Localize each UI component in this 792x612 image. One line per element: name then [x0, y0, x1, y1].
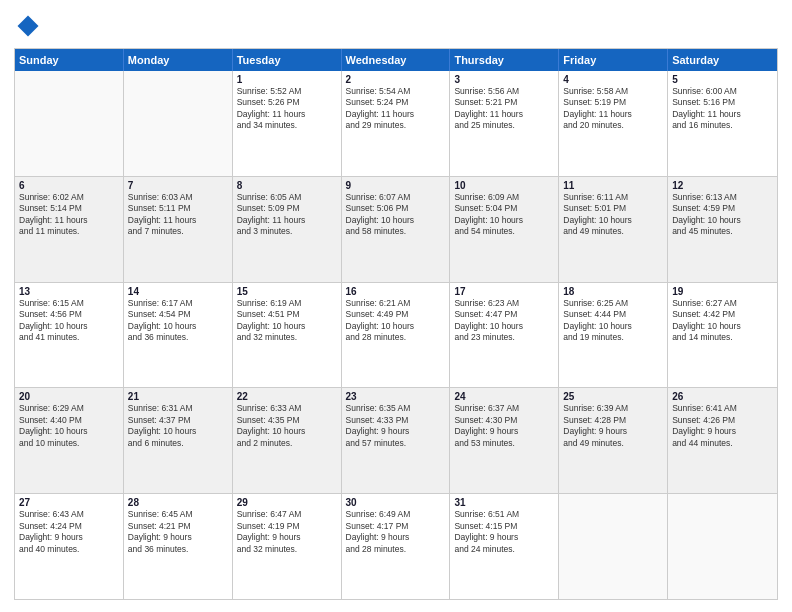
- calendar-cell: [668, 494, 777, 599]
- cell-info-line: and 25 minutes.: [454, 120, 554, 131]
- cell-info-line: and 14 minutes.: [672, 332, 773, 343]
- cell-info-line: Sunrise: 6:37 AM: [454, 403, 554, 414]
- calendar-cell: 21Sunrise: 6:31 AMSunset: 4:37 PMDayligh…: [124, 388, 233, 493]
- cell-info-line: Daylight: 10 hours: [19, 426, 119, 437]
- cell-info-line: Sunrise: 6:11 AM: [563, 192, 663, 203]
- cell-info-line: Sunrise: 6:35 AM: [346, 403, 446, 414]
- day-number: 6: [19, 180, 119, 191]
- cell-info-line: and 24 minutes.: [454, 544, 554, 555]
- day-number: 23: [346, 391, 446, 402]
- cell-info-line: Sunset: 5:16 PM: [672, 97, 773, 108]
- cell-info-line: Sunrise: 6:09 AM: [454, 192, 554, 203]
- day-number: 19: [672, 286, 773, 297]
- cell-info-line: and 44 minutes.: [672, 438, 773, 449]
- cell-info-line: Sunrise: 6:47 AM: [237, 509, 337, 520]
- day-number: 7: [128, 180, 228, 191]
- calendar-cell: [15, 71, 124, 176]
- cell-info-line: Daylight: 10 hours: [19, 321, 119, 332]
- day-number: 10: [454, 180, 554, 191]
- cell-info-line: Daylight: 10 hours: [672, 321, 773, 332]
- cell-info-line: Daylight: 10 hours: [346, 215, 446, 226]
- calendar-cell: 20Sunrise: 6:29 AMSunset: 4:40 PMDayligh…: [15, 388, 124, 493]
- cell-info-line: Sunset: 4:19 PM: [237, 521, 337, 532]
- cell-info-line: and 19 minutes.: [563, 332, 663, 343]
- day-number: 9: [346, 180, 446, 191]
- calendar-cell: 4Sunrise: 5:58 AMSunset: 5:19 PMDaylight…: [559, 71, 668, 176]
- day-number: 13: [19, 286, 119, 297]
- cell-info-line: and 54 minutes.: [454, 226, 554, 237]
- header-day-sunday: Sunday: [15, 49, 124, 71]
- cell-info-line: Daylight: 9 hours: [346, 532, 446, 543]
- cell-info-line: Sunrise: 6:02 AM: [19, 192, 119, 203]
- cell-info-line: Sunset: 4:54 PM: [128, 309, 228, 320]
- cell-info-line: and 3 minutes.: [237, 226, 337, 237]
- cell-info-line: Daylight: 11 hours: [563, 109, 663, 120]
- cell-info-line: Sunset: 4:56 PM: [19, 309, 119, 320]
- cell-info-line: Sunset: 5:09 PM: [237, 203, 337, 214]
- day-number: 29: [237, 497, 337, 508]
- calendar-cell: 2Sunrise: 5:54 AMSunset: 5:24 PMDaylight…: [342, 71, 451, 176]
- day-number: 8: [237, 180, 337, 191]
- calendar-cell: 14Sunrise: 6:17 AMSunset: 4:54 PMDayligh…: [124, 283, 233, 388]
- cell-info-line: and 23 minutes.: [454, 332, 554, 343]
- cell-info-line: Sunrise: 5:54 AM: [346, 86, 446, 97]
- cell-info-line: Sunrise: 6:00 AM: [672, 86, 773, 97]
- cell-info-line: Daylight: 9 hours: [454, 532, 554, 543]
- day-number: 21: [128, 391, 228, 402]
- cell-info-line: Sunrise: 6:21 AM: [346, 298, 446, 309]
- calendar-cell: [559, 494, 668, 599]
- calendar-cell: 28Sunrise: 6:45 AMSunset: 4:21 PMDayligh…: [124, 494, 233, 599]
- cell-info-line: Daylight: 10 hours: [563, 215, 663, 226]
- cell-info-line: and 40 minutes.: [19, 544, 119, 555]
- cell-info-line: and 32 minutes.: [237, 544, 337, 555]
- cell-info-line: Daylight: 10 hours: [237, 321, 337, 332]
- page: SundayMondayTuesdayWednesdayThursdayFrid…: [0, 0, 792, 612]
- day-number: 17: [454, 286, 554, 297]
- calendar-row-2: 13Sunrise: 6:15 AMSunset: 4:56 PMDayligh…: [15, 283, 777, 389]
- cell-info-line: Sunrise: 6:39 AM: [563, 403, 663, 414]
- cell-info-line: Sunrise: 6:17 AM: [128, 298, 228, 309]
- calendar-cell: 29Sunrise: 6:47 AMSunset: 4:19 PMDayligh…: [233, 494, 342, 599]
- cell-info-line: Daylight: 9 hours: [454, 426, 554, 437]
- cell-info-line: Daylight: 11 hours: [346, 109, 446, 120]
- cell-info-line: and 32 minutes.: [237, 332, 337, 343]
- cell-info-line: and 34 minutes.: [237, 120, 337, 131]
- cell-info-line: Daylight: 11 hours: [454, 109, 554, 120]
- cell-info-line: Sunrise: 6:45 AM: [128, 509, 228, 520]
- cell-info-line: Sunrise: 6:07 AM: [346, 192, 446, 203]
- cell-info-line: Sunset: 4:33 PM: [346, 415, 446, 426]
- cell-info-line: Daylight: 11 hours: [672, 109, 773, 120]
- calendar-cell: 31Sunrise: 6:51 AMSunset: 4:15 PMDayligh…: [450, 494, 559, 599]
- day-number: 24: [454, 391, 554, 402]
- calendar-row-1: 6Sunrise: 6:02 AMSunset: 5:14 PMDaylight…: [15, 177, 777, 283]
- cell-info-line: Sunset: 4:51 PM: [237, 309, 337, 320]
- header-day-tuesday: Tuesday: [233, 49, 342, 71]
- cell-info-line: Daylight: 11 hours: [19, 215, 119, 226]
- cell-info-line: and 36 minutes.: [128, 544, 228, 555]
- calendar-cell: 3Sunrise: 5:56 AMSunset: 5:21 PMDaylight…: [450, 71, 559, 176]
- day-number: 25: [563, 391, 663, 402]
- cell-info-line: and 28 minutes.: [346, 544, 446, 555]
- calendar-cell: 24Sunrise: 6:37 AMSunset: 4:30 PMDayligh…: [450, 388, 559, 493]
- cell-info-line: and 2 minutes.: [237, 438, 337, 449]
- day-number: 26: [672, 391, 773, 402]
- day-number: 16: [346, 286, 446, 297]
- cell-info-line: Sunset: 5:21 PM: [454, 97, 554, 108]
- day-number: 2: [346, 74, 446, 85]
- cell-info-line: Daylight: 10 hours: [454, 215, 554, 226]
- cell-info-line: Sunset: 5:26 PM: [237, 97, 337, 108]
- header-day-saturday: Saturday: [668, 49, 777, 71]
- calendar-cell: 16Sunrise: 6:21 AMSunset: 4:49 PMDayligh…: [342, 283, 451, 388]
- calendar-header: SundayMondayTuesdayWednesdayThursdayFrid…: [15, 49, 777, 71]
- cell-info-line: and 16 minutes.: [672, 120, 773, 131]
- cell-info-line: Sunrise: 5:56 AM: [454, 86, 554, 97]
- calendar-cell: 23Sunrise: 6:35 AMSunset: 4:33 PMDayligh…: [342, 388, 451, 493]
- cell-info-line: Sunrise: 6:41 AM: [672, 403, 773, 414]
- cell-info-line: Daylight: 9 hours: [128, 532, 228, 543]
- day-number: 12: [672, 180, 773, 191]
- cell-info-line: Sunset: 4:44 PM: [563, 309, 663, 320]
- cell-info-line: Sunrise: 5:58 AM: [563, 86, 663, 97]
- cell-info-line: Sunrise: 6:27 AM: [672, 298, 773, 309]
- cell-info-line: Sunrise: 6:25 AM: [563, 298, 663, 309]
- cell-info-line: and 10 minutes.: [19, 438, 119, 449]
